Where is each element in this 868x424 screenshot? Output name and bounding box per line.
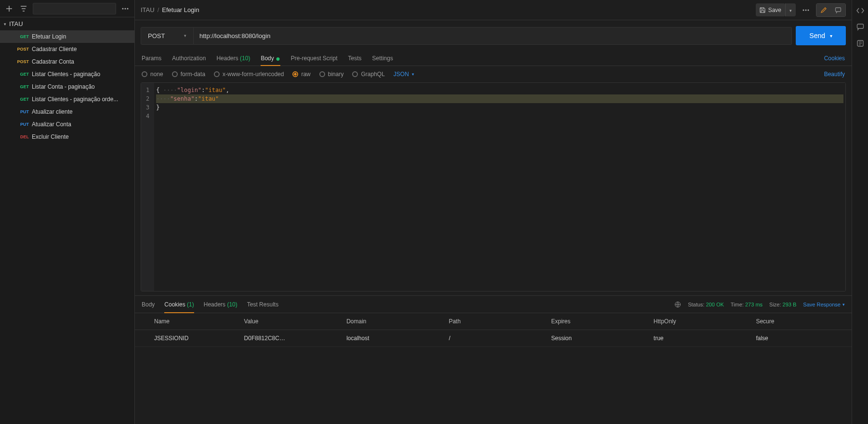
- radio-raw[interactable]: raw: [292, 71, 310, 78]
- save-label: Save: [768, 7, 781, 13]
- method-tag: GET: [15, 34, 29, 39]
- method-tag: POST: [15, 59, 29, 64]
- body-type-options: none form-data x-www-form-urlencoded raw…: [135, 66, 852, 82]
- resp-tab-body[interactable]: Body: [142, 296, 155, 313]
- method-value: POST: [148, 32, 165, 40]
- sidebar-toolbar: [0, 0, 134, 17]
- cookies-table: Name Value Domain Path Expires HttpOnly …: [135, 313, 852, 347]
- rail-comment-button[interactable]: [856, 23, 864, 31]
- body-editor[interactable]: 1234 { ····"login":"itau", ····"senha":"…: [141, 82, 846, 292]
- col-value: Value: [237, 313, 340, 330]
- rail-code-button[interactable]: [856, 7, 864, 14]
- radio-icon: [214, 71, 220, 77]
- comment-view-button[interactable]: [831, 4, 845, 16]
- rail-info-button[interactable]: [856, 40, 864, 47]
- col-path: Path: [442, 313, 545, 330]
- edit-view-button[interactable]: [816, 4, 831, 16]
- tab-tests[interactable]: Tests: [348, 51, 362, 66]
- sidebar-item-listar-clientes[interactable]: GETListar Clientes - paginação: [0, 68, 134, 80]
- sidebar-item-efetuar-login[interactable]: GETEfetuar Login: [0, 30, 134, 43]
- comment-icon: [856, 23, 864, 31]
- tab-authorization[interactable]: Authorization: [172, 51, 206, 66]
- method-tag: PUT: [15, 122, 29, 127]
- cookie-path: /: [442, 330, 545, 347]
- comment-icon: [835, 7, 842, 13]
- sidebar-item-label: Atualizar cliente: [32, 108, 73, 115]
- radio-xform[interactable]: x-www-form-urlencoded: [214, 71, 284, 78]
- more-options-button[interactable]: [801, 7, 811, 13]
- sidebar-item-label: Listar Clientes - paginação orde...: [32, 96, 118, 103]
- radio-icon: [292, 71, 298, 77]
- method-select[interactable]: POST ▾: [141, 27, 194, 45]
- tab-settings[interactable]: Settings: [372, 51, 393, 66]
- sidebar-item-cadastrar-cliente[interactable]: POSTCadastrar Cliente: [0, 43, 134, 55]
- col-domain: Domain: [340, 313, 442, 330]
- chevron-down-icon: ▾: [4, 22, 6, 26]
- new-button[interactable]: [4, 3, 14, 14]
- globe-icon[interactable]: [674, 301, 681, 308]
- sidebar-item-atualizar-conta[interactable]: PUTAtualizar Conta: [0, 118, 134, 131]
- body-format-select[interactable]: JSON ▾: [394, 71, 414, 78]
- sidebar-item-listar-conta[interactable]: GETListar Conta - paginação: [0, 80, 134, 93]
- svg-rect-6: [836, 8, 841, 12]
- tab-body[interactable]: Body ●: [261, 51, 280, 66]
- url-input[interactable]: [194, 27, 792, 45]
- radio-formdata[interactable]: form-data: [172, 71, 205, 78]
- cookies-link[interactable]: Cookies: [824, 51, 845, 66]
- editor-gutter: 1234: [141, 83, 154, 291]
- svg-rect-8: [857, 24, 863, 28]
- sidebar-options-button[interactable]: [120, 6, 131, 12]
- tab-prerequest[interactable]: Pre-request Script: [291, 51, 338, 66]
- col-expires: Expires: [544, 313, 647, 330]
- time-value: 273 ms: [745, 302, 763, 307]
- response-meta: Status: 200 OK Time: 273 ms Size: 293 B …: [674, 301, 845, 308]
- breadcrumb-separator: /: [158, 6, 159, 13]
- tab-headers[interactable]: Headers (10): [216, 51, 250, 66]
- chevron-down-icon: ▾: [184, 33, 186, 38]
- radio-graphql[interactable]: GraphQL: [352, 71, 384, 78]
- radio-none[interactable]: none: [142, 71, 163, 78]
- sidebar-item-label: Cadastrar Conta: [32, 58, 74, 65]
- sidebar-item-label: Cadastrar Cliente: [32, 46, 77, 53]
- sidebar-item-label: Excluir Cliente: [32, 133, 69, 140]
- info-icon: [856, 40, 864, 47]
- radio-binary[interactable]: binary: [319, 71, 344, 78]
- resp-tab-cookies[interactable]: Cookies (1): [164, 296, 194, 313]
- breadcrumb: ITAU / Efetuar Login: [141, 6, 756, 13]
- resp-tab-tests[interactable]: Test Results: [247, 296, 278, 313]
- editor-code[interactable]: { ····"login":"itau", ····"senha":"itau"…: [154, 83, 845, 291]
- save-dropdown-button[interactable]: ▾: [785, 3, 796, 16]
- save-response-button[interactable]: Save Response ▾: [803, 302, 845, 307]
- save-button[interactable]: Save: [756, 3, 785, 16]
- sidebar-item-listar-clientes-orde[interactable]: GETListar Clientes - paginação orde...: [0, 93, 134, 106]
- table-row[interactable]: JSESSIONID D0F8812C8C… localhost / Sessi…: [135, 330, 852, 347]
- col-name: Name: [135, 313, 237, 330]
- main-area: ITAU / Efetuar Login Save ▾: [135, 0, 852, 424]
- sidebar: ▾ ITAU GETEfetuar Login POSTCadastrar Cl…: [0, 0, 135, 424]
- kebab-icon: [802, 9, 809, 11]
- method-tag: GET: [15, 84, 29, 89]
- sidebar-item-atualizar-cliente[interactable]: PUTAtualizar cliente: [0, 106, 134, 118]
- collection-name: ITAU: [9, 20, 23, 27]
- beautify-link[interactable]: Beautify: [824, 71, 845, 78]
- modified-indicator-icon: ●: [276, 54, 280, 63]
- sidebar-items: GETEfetuar Login POSTCadastrar Cliente P…: [0, 30, 134, 143]
- response-section: Body Cookies (1) Headers (10) Test Resul…: [135, 295, 852, 424]
- breadcrumb-parent[interactable]: ITAU: [141, 6, 155, 13]
- code-icon: [856, 7, 864, 14]
- send-button[interactable]: Send ▾: [796, 26, 846, 45]
- resp-tab-headers[interactable]: Headers (10): [204, 296, 237, 313]
- size-value: 293 B: [783, 302, 797, 307]
- sidebar-item-excluir-cliente[interactable]: DELExcluir Cliente: [0, 131, 134, 143]
- filter-icon: [20, 5, 27, 12]
- chevron-down-icon: ▾: [412, 72, 414, 77]
- sidebar-search-input[interactable]: [33, 3, 116, 14]
- collection-header[interactable]: ▾ ITAU: [0, 17, 134, 30]
- filter-button[interactable]: [18, 3, 29, 14]
- request-tabs: Params Authorization Headers (10) Body ●…: [135, 51, 852, 66]
- col-secure: Secure: [749, 313, 852, 330]
- top-actions: Save ▾: [756, 3, 846, 17]
- sidebar-item-cadastrar-conta[interactable]: POSTCadastrar Conta: [0, 55, 134, 68]
- tab-params[interactable]: Params: [142, 51, 161, 66]
- sidebar-item-label: Atualizar Conta: [32, 121, 71, 128]
